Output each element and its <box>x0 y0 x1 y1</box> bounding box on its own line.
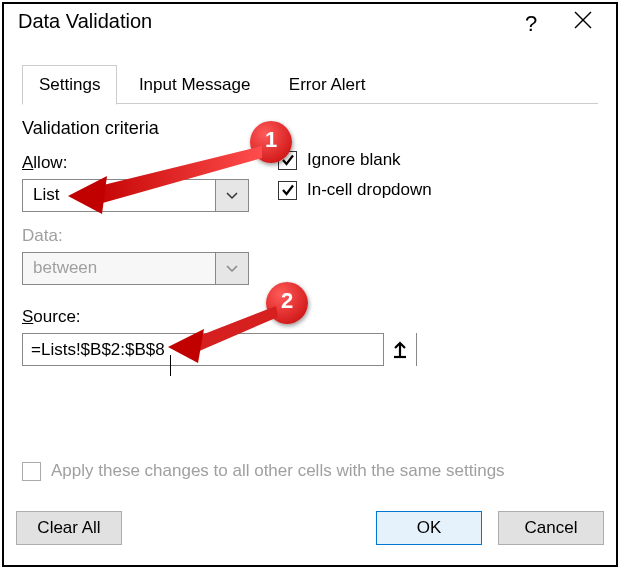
ignore-blank-label: Ignore blank <box>307 150 401 170</box>
data-label: Data: <box>22 226 598 246</box>
tab-input-message[interactable]: Input Message <box>122 65 268 105</box>
annotation-2-arrow <box>156 299 286 359</box>
ignore-blank-row: Ignore blank <box>278 150 432 170</box>
clear-all-button[interactable]: Clear All <box>16 511 122 545</box>
chevron-down-icon <box>226 265 238 273</box>
annotation-1-arrow <box>62 134 262 214</box>
incell-dropdown-label: In-cell dropdown <box>307 180 432 200</box>
cancel-button[interactable]: Cancel <box>498 511 604 545</box>
apply-changes-checkbox[interactable] <box>22 462 41 481</box>
data-value: between <box>23 253 215 284</box>
ok-button[interactable]: OK <box>376 511 482 545</box>
close-button[interactable] <box>568 10 598 34</box>
checkmark-icon <box>281 183 295 197</box>
svg-marker-7 <box>168 329 204 363</box>
tabstrip: Settings Input Message Error Alert <box>22 64 598 104</box>
svg-marker-4 <box>87 146 262 206</box>
help-button[interactable]: ? <box>516 12 546 36</box>
apply-changes-row: Apply these changes to all other cells w… <box>22 461 505 481</box>
tab-error-alert[interactable]: Error Alert <box>272 65 383 105</box>
tab-settings[interactable]: Settings <box>22 65 117 105</box>
titlebar: Data Validation ? <box>4 4 616 48</box>
incell-dropdown-row: In-cell dropdown <box>278 180 432 200</box>
checkbox-group: Ignore blank In-cell dropdown <box>278 150 432 210</box>
data-combo: between <box>22 252 249 285</box>
data-dropdown-button <box>215 253 248 284</box>
incell-dropdown-checkbox[interactable] <box>278 181 297 200</box>
svg-marker-5 <box>68 176 107 214</box>
dialog-footer: Clear All OK Cancel <box>16 511 604 551</box>
range-selector-icon <box>392 341 408 359</box>
close-icon <box>573 10 593 30</box>
dialog-title: Data Validation <box>18 10 152 33</box>
data-validation-dialog: Data Validation ? Settings Input Message… <box>2 2 618 567</box>
source-label: Source: <box>22 307 598 327</box>
apply-changes-label: Apply these changes to all other cells w… <box>51 461 505 481</box>
range-selector-button[interactable] <box>383 333 416 366</box>
